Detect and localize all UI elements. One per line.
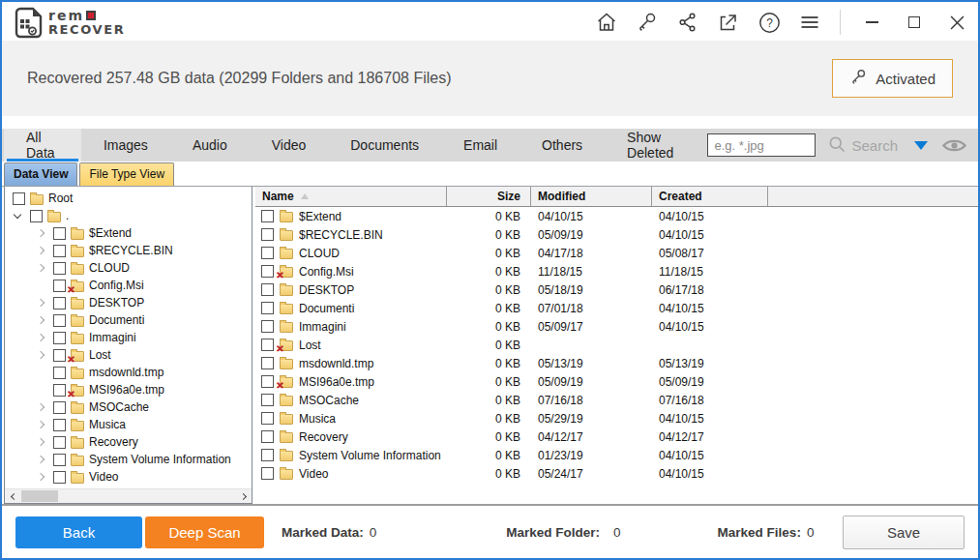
checkbox[interactable]	[261, 228, 274, 241]
chevron-right-icon[interactable]	[33, 469, 48, 485]
checkbox[interactable]	[261, 375, 274, 388]
filter-tab-audio[interactable]: Audio	[170, 129, 250, 162]
activated-button[interactable]: Activated	[832, 59, 953, 98]
open-external-icon[interactable]	[716, 10, 741, 35]
table-row[interactable]: Video 0 KB 05/24/17 04/10/15	[255, 464, 978, 483]
checkbox[interactable]	[53, 436, 66, 449]
checkbox[interactable]	[53, 262, 66, 275]
chevron-right-icon[interactable]	[33, 295, 48, 310]
table-row[interactable]: Config.Msi 0 KB 11/18/15 11/18/15	[255, 262, 978, 280]
chevron-right-icon[interactable]	[33, 243, 48, 258]
filter-tab-others[interactable]: Others	[520, 129, 605, 162]
checkbox[interactable]	[261, 467, 274, 480]
tree-item[interactable]: Immagini	[5, 329, 252, 346]
checkbox[interactable]	[261, 449, 274, 461]
table-row[interactable]: Recovery 0 KB 04/12/17 04/12/17	[255, 427, 978, 446]
deep-scan-button[interactable]: Deep Scan	[145, 516, 264, 548]
share-icon[interactable]	[675, 10, 700, 35]
checkbox[interactable]	[261, 357, 274, 369]
table-row[interactable]: $RECYCLE.BIN 0 KB 05/09/19 04/10/15	[255, 225, 978, 244]
checkbox[interactable]	[53, 454, 66, 466]
back-button[interactable]: Back	[15, 516, 142, 548]
table-row[interactable]: MSOCache 0 KB 07/16/18 07/16/18	[255, 391, 978, 409]
chevron-right-icon[interactable]	[33, 365, 48, 380]
minimize-icon[interactable]	[858, 10, 885, 35]
save-button[interactable]: Save	[843, 516, 965, 549]
checkbox[interactable]	[53, 280, 66, 292]
chevron-right-icon[interactable]	[33, 417, 48, 432]
filter-tab-documents[interactable]: Documents	[328, 129, 441, 162]
tree-item[interactable]: Video	[5, 468, 252, 486]
checkbox[interactable]	[53, 314, 66, 327]
scroll-left-arrow[interactable]	[5, 489, 20, 503]
checkbox[interactable]	[53, 419, 66, 431]
checkbox[interactable]	[261, 412, 274, 425]
table-row[interactable]: Immagini 0 KB 05/09/17 04/10/15	[255, 317, 978, 336]
tree-item[interactable]: System Volume Information	[5, 451, 252, 468]
search-button[interactable]: Search	[827, 134, 898, 157]
chevron-right-icon[interactable]	[33, 260, 48, 276]
checkbox[interactable]	[13, 192, 25, 205]
tree-item[interactable]: Lost	[5, 346, 252, 364]
tree-item[interactable]: $Extend	[5, 224, 252, 242]
filter-tab-email[interactable]: Email	[441, 129, 520, 162]
help-icon[interactable]: ?	[757, 10, 782, 35]
chevron-right-icon[interactable]	[33, 434, 48, 450]
checkbox[interactable]	[261, 265, 274, 278]
checkbox[interactable]	[53, 384, 66, 397]
horizontal-scrollbar[interactable]	[5, 488, 252, 503]
table-row[interactable]: DESKTOP 0 KB 05/18/19 06/17/18	[255, 280, 978, 299]
chevron-right-icon[interactable]	[33, 312, 48, 328]
column-header-name[interactable]: Name	[255, 187, 447, 206]
checkbox[interactable]	[261, 320, 274, 333]
checkbox[interactable]	[53, 471, 66, 484]
column-header-created[interactable]: Created	[652, 187, 768, 206]
menu-icon[interactable]	[797, 10, 822, 35]
chevron-right-icon[interactable]	[33, 347, 48, 363]
chevron-right-icon[interactable]	[33, 330, 48, 345]
checkbox[interactable]	[261, 210, 274, 222]
filter-tab-video[interactable]: Video	[250, 129, 329, 162]
scroll-right-arrow[interactable]	[236, 489, 252, 503]
tree-item[interactable]: MSI96a0e.tmp	[5, 381, 252, 398]
chevron-right-icon[interactable]	[33, 452, 48, 467]
checkbox[interactable]	[53, 245, 66, 257]
table-row[interactable]: Musica 0 KB 05/29/19 04/10/15	[255, 409, 978, 427]
maximize-icon[interactable]	[901, 10, 928, 35]
table-row[interactable]: $Extend 0 KB 04/10/15 04/10/15	[255, 207, 978, 225]
tree-item[interactable]: Documenti	[5, 311, 252, 329]
checkbox[interactable]	[261, 302, 274, 314]
table-row[interactable]: Documenti 0 KB 07/01/18 04/10/15	[255, 299, 978, 317]
checkbox[interactable]	[261, 430, 274, 443]
chevron-right-icon[interactable]	[33, 225, 48, 241]
tree-item[interactable]: $RECYCLE.BIN	[5, 242, 252, 259]
tree-item[interactable]: CLOUD	[5, 259, 252, 277]
checkbox[interactable]	[261, 283, 274, 296]
chevron-right-icon[interactable]	[33, 399, 48, 415]
tree-item-current[interactable]: .	[5, 207, 252, 224]
table-row[interactable]: System Volume Information 0 KB 01/23/19 …	[255, 446, 978, 464]
table-row[interactable]: CLOUD 0 KB 04/17/18 05/08/17	[255, 244, 978, 262]
checkbox[interactable]	[261, 339, 274, 351]
table-row[interactable]: MSI96a0e.tmp 0 KB 05/09/19 05/09/19	[255, 372, 978, 391]
filter-tab-all-data[interactable]: All Data	[4, 129, 81, 162]
tree-item[interactable]: msdownld.tmp	[5, 364, 252, 381]
chevron-right-icon[interactable]	[33, 278, 48, 293]
tree-item[interactable]: Config.Msi	[5, 277, 252, 294]
home-icon[interactable]	[594, 10, 619, 35]
table-row[interactable]: Lost 0 KB	[255, 336, 978, 354]
filter-tab-show-deleted[interactable]: Show Deleted	[605, 129, 707, 162]
chevron-down-icon[interactable]	[10, 208, 25, 223]
tree-item[interactable]: MSOCache	[5, 398, 252, 416]
checkbox[interactable]	[261, 394, 274, 406]
key-icon[interactable]	[635, 10, 660, 35]
search-input[interactable]	[707, 133, 816, 157]
dropdown-caret-icon[interactable]	[914, 141, 928, 150]
tree-item[interactable]: Recovery	[5, 433, 252, 451]
column-header-modified[interactable]: Modified	[531, 187, 652, 206]
checkbox[interactable]	[53, 227, 66, 240]
tab-file-type-view[interactable]: File Type View	[79, 162, 174, 186]
close-icon[interactable]	[943, 10, 970, 35]
scrollbar-thumb[interactable]	[21, 490, 58, 502]
checkbox[interactable]	[53, 332, 66, 344]
